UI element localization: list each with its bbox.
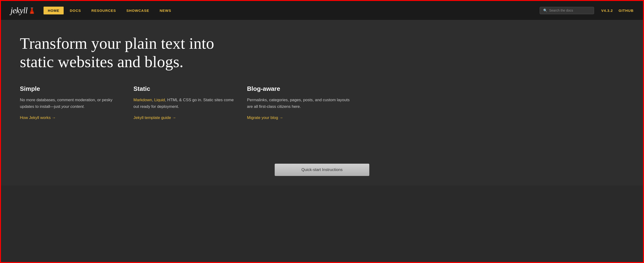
search-area[interactable]: 🔍 — [540, 7, 594, 14]
features-grid: Simple No more databases, comment modera… — [20, 85, 351, 120]
svg-rect-0 — [31, 8, 33, 8]
nav-item-resources[interactable]: RESOURCES — [87, 6, 120, 14]
search-input[interactable] — [549, 8, 590, 12]
nav-links: HOME DOCS RESOURCES SHOWCASE NEWS — [44, 6, 540, 14]
feature-simple-desc: No more databases, comment moderation, o… — [20, 97, 124, 110]
search-icon: 🔍 — [543, 8, 547, 12]
svg-point-1 — [31, 12, 33, 13]
nav-item-docs[interactable]: DOCS — [66, 6, 85, 14]
logo-area[interactable]: jekyll — [10, 6, 34, 15]
feature-blog-aware-link[interactable]: Migrate your blog → — [247, 116, 283, 120]
quickstart-area: Quick-start Instructions — [1, 159, 643, 181]
github-link[interactable]: GITHUB — [619, 8, 634, 12]
logo-text: jekyll — [10, 6, 34, 15]
liquid-link[interactable]: Liquid — [154, 98, 165, 102]
markdown-link[interactable]: Markdown — [134, 98, 152, 102]
feature-static: Static Markdown, Liquid, HTML & CSS go i… — [134, 85, 238, 120]
nav-item-news[interactable]: NEWS — [156, 6, 176, 14]
feature-simple: Simple No more databases, comment modera… — [20, 85, 124, 120]
feature-simple-link[interactable]: How Jekyll works → — [20, 116, 56, 120]
navbar: jekyll HOME DOCS RESOURCES SHOWCASE NEWS… — [1, 1, 643, 20]
feature-simple-title: Simple — [20, 85, 124, 92]
version-link[interactable]: V4.3.2 — [601, 8, 613, 12]
nav-item-showcase[interactable]: SHOWCASE — [122, 6, 153, 14]
nav-item-home[interactable]: HOME — [44, 6, 64, 14]
feature-static-desc: Markdown, Liquid, HTML & CSS go in. Stat… — [134, 97, 238, 110]
nav-right: V4.3.2 GITHUB — [601, 8, 634, 12]
flask-icon — [30, 8, 34, 14]
quickstart-button[interactable]: Quick-start Instructions — [275, 164, 369, 176]
feature-blog-aware-title: Blog-aware — [247, 85, 351, 92]
hero-section: Transform your plain text into static we… — [1, 20, 643, 186]
feature-blog-aware: Blog-aware Permalinks, categories, pages… — [247, 85, 351, 120]
feature-static-title: Static — [134, 85, 238, 92]
feature-static-link[interactable]: Jekyll template guide → — [134, 116, 176, 120]
feature-blog-aware-desc: Permalinks, categories, pages, posts, an… — [247, 97, 351, 110]
hero-title: Transform your plain text into static we… — [20, 34, 233, 71]
